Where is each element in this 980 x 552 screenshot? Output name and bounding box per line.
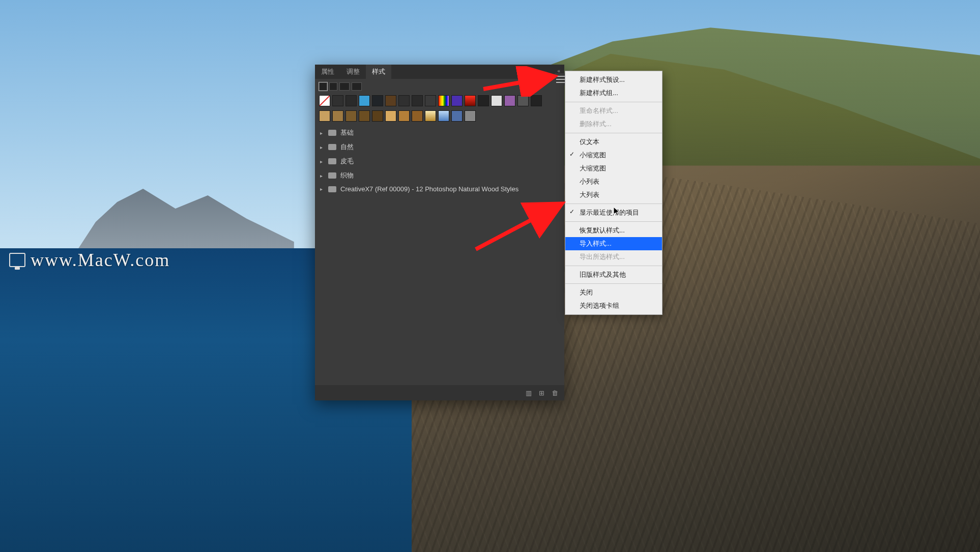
size-chip-small[interactable] [319,82,327,91]
style-swatch[interactable] [319,110,330,122]
folder-label: 织物 [340,171,354,180]
style-swatch[interactable] [438,110,449,122]
menu-item[interactable]: 大列表 [565,188,662,201]
style-swatch[interactable] [412,95,423,106]
chevron-right-icon: ▸ [320,144,324,150]
style-folder-list: ▸基础▸自然▸皮毛▸织物▸CreativeX7 (Ref 00009) - 12… [315,124,564,197]
style-swatch[interactable] [372,110,383,122]
panel-footer: ▥ ⊞ 🗑 [315,385,564,400]
size-chip-xl[interactable] [352,82,362,91]
check-icon: ✓ [569,208,574,215]
watermark: www.MacW.com [9,249,170,271]
style-folder-row[interactable]: ▸皮毛 [315,154,564,168]
menu-item-label: 显示最近使用的项目 [580,209,639,216]
style-folder-row[interactable]: ▸自然 [315,140,564,154]
size-chip-large[interactable] [339,82,350,91]
menu-item-label: 大缩览图 [580,164,606,172]
menu-item[interactable]: 新建样式组... [565,86,662,100]
menu-item[interactable]: 旧版样式及其他 [565,268,662,281]
style-swatch[interactable] [398,110,410,122]
style-swatch[interactable] [465,110,476,122]
menu-item-label: 重命名样式... [580,107,618,114]
style-swatch[interactable] [359,110,370,122]
folder-label: 自然 [340,142,354,152]
style-swatch[interactable] [372,95,383,106]
style-swatch[interactable] [385,110,396,122]
style-swatch-grid [315,93,564,124]
watermark-text: www.MacW.com [31,249,170,271]
folder-icon [328,158,336,164]
panel-flyout-menu: 新建样式预设...新建样式组...重命名样式...删除样式...仅文本✓小缩览图… [565,71,662,315]
folder-icon [328,130,336,136]
menu-item-label: 导入样式... [580,240,612,247]
chevron-right-icon: ▸ [320,159,324,164]
menu-item[interactable]: 导入样式... [565,237,662,250]
folder-icon [328,186,336,192]
menu-item: 重命名样式... [565,104,662,118]
tab-属性[interactable]: 属性 [315,65,340,79]
style-swatch[interactable] [465,95,476,106]
trash-icon[interactable]: 🗑 [552,389,558,397]
style-swatch[interactable] [478,95,489,106]
style-swatch[interactable] [438,95,449,106]
menu-item: 导出所选样式... [565,250,662,264]
style-swatch[interactable] [451,95,463,106]
menu-item-label: 恢复默认样式... [580,226,625,234]
menu-item-label: 新建样式组... [580,89,618,97]
style-folder-row[interactable]: ▸基础 [315,126,564,140]
check-icon: ✓ [569,151,574,158]
style-swatch[interactable] [332,95,343,106]
style-swatch[interactable] [345,110,357,122]
style-swatch[interactable] [359,95,370,106]
menu-item[interactable]: 新建样式预设... [565,73,662,86]
style-swatch[interactable] [531,95,542,106]
style-swatch[interactable] [517,95,529,106]
folder-icon [328,172,336,179]
folder-label: 基础 [340,128,354,137]
menu-item-label: 导出所选样式... [580,253,625,260]
menu-item-label: 仅文本 [580,138,599,146]
style-swatch[interactable] [504,95,515,106]
style-swatch[interactable] [319,95,330,106]
folder-label: CreativeX7 (Ref 00009) - 12 Photoshop Na… [340,185,518,193]
menu-item-label: 小列表 [580,178,599,185]
menu-item-label: 旧版样式及其他 [580,271,626,278]
menu-item[interactable]: 关闭选项卡组 [565,299,662,312]
panel-tabbar: 属性调整样式« [315,65,564,79]
menu-item[interactable]: 恢复默认样式... [565,224,662,237]
style-swatch[interactable] [398,95,410,106]
menu-item-label: 删除样式... [580,120,612,128]
menu-item[interactable]: ✓小缩览图 [565,149,662,162]
menu-item[interactable]: 关闭 [565,286,662,299]
style-swatch[interactable] [385,95,396,106]
menu-item-label: 关闭选项卡组 [580,302,619,309]
menu-item[interactable]: 小列表 [565,175,662,188]
menu-item-label: 大列表 [580,191,599,198]
thumbnail-size-chips [315,79,564,93]
style-swatch[interactable] [345,95,357,106]
menu-item: 删除样式... [565,118,662,131]
menu-item[interactable]: 大缩览图 [565,162,662,175]
svg-line-0 [320,96,330,106]
size-chip-med[interactable] [329,82,337,91]
style-swatch[interactable] [332,110,343,122]
folder-icon [328,144,336,150]
style-swatch[interactable] [491,95,502,106]
chevron-right-icon: ▸ [320,186,324,192]
style-swatch[interactable] [451,110,463,122]
style-swatch[interactable] [412,110,423,122]
menu-item[interactable]: 仅文本 [565,135,662,149]
styles-panel: 属性调整样式« ▸基础▸自然▸皮毛▸织物▸CreativeX7 (Ref 000… [315,65,564,400]
new-folder-icon[interactable]: ▥ [526,389,532,397]
monitor-icon [9,253,25,267]
menu-item-label: 小缩览图 [580,151,606,159]
menu-item-label: 新建样式预设... [580,76,625,83]
style-swatch[interactable] [425,110,436,122]
tab-样式[interactable]: 样式 [366,65,391,79]
chevron-right-icon: ▸ [320,173,324,179]
tab-调整[interactable]: 调整 [340,65,366,79]
new-style-icon[interactable]: ⊞ [539,389,544,397]
style-folder-row[interactable]: ▸织物 [315,168,564,183]
style-folder-row[interactable]: ▸CreativeX7 (Ref 00009) - 12 Photoshop N… [315,183,564,195]
style-swatch[interactable] [425,95,436,106]
